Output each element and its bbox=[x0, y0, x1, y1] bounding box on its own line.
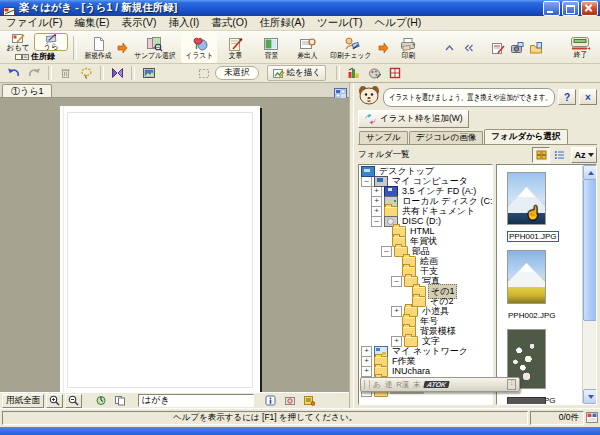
marquee-select-button[interactable] bbox=[194, 64, 213, 82]
menu-item-6[interactable]: ツール(T) bbox=[311, 16, 368, 30]
guide-bubble: イラストを選びましょう。置き換えや追加ができます。 bbox=[383, 88, 555, 107]
insert-image-button[interactable] bbox=[139, 64, 158, 82]
redo-button[interactable] bbox=[25, 64, 44, 82]
edit-toolbar: 未選択 絵を描く bbox=[0, 64, 600, 83]
address-note-icon bbox=[303, 395, 315, 406]
menu-item-1[interactable]: 編集(E) bbox=[68, 16, 115, 30]
thumbnail-view-icon bbox=[536, 150, 547, 160]
address-note-button[interactable] bbox=[300, 394, 317, 408]
address-book-button[interactable]: 住所録 bbox=[2, 51, 68, 62]
atok-ime-bar[interactable]: あ連R漢末 ATOK ⋮ bbox=[360, 377, 520, 392]
background-icon bbox=[263, 36, 280, 52]
postcard-canvas[interactable] bbox=[0, 98, 349, 392]
exit-button[interactable]: 終了 bbox=[562, 33, 598, 63]
expand-icon[interactable]: + bbox=[391, 306, 402, 317]
wordart-button[interactable] bbox=[344, 64, 363, 82]
page-tab-ura1[interactable]: ①うら1 bbox=[2, 84, 52, 97]
lasso-button[interactable] bbox=[77, 64, 96, 82]
zoom-in-button[interactable] bbox=[46, 394, 63, 408]
menu-item-5[interactable]: 住所録(A) bbox=[254, 16, 312, 30]
marquee-icon bbox=[198, 68, 210, 79]
stamp-button[interactable] bbox=[281, 394, 298, 408]
group-button[interactable] bbox=[108, 64, 127, 82]
palette-button[interactable] bbox=[365, 64, 384, 82]
tree-item-12[interactable]: その1 bbox=[359, 286, 492, 296]
info-button[interactable] bbox=[262, 394, 279, 408]
sort-button[interactable]: Az bbox=[571, 147, 597, 163]
print-button[interactable]: 印刷 bbox=[390, 33, 426, 63]
new-document-button[interactable]: 新規作成 bbox=[80, 33, 116, 63]
thumbnail-partial[interactable] bbox=[507, 397, 546, 404]
print-icon bbox=[399, 36, 417, 52]
window-title: 楽々はがき - [うら1 / 新規住所録] bbox=[19, 1, 177, 15]
undo-button[interactable] bbox=[4, 64, 23, 82]
draw-picture-button[interactable]: 絵を描く bbox=[267, 65, 326, 81]
shrink-toolbar-button[interactable] bbox=[459, 39, 478, 57]
close-button[interactable] bbox=[581, 1, 598, 16]
photo-capture-button[interactable] bbox=[507, 39, 526, 57]
sender-button[interactable]: 差出人 bbox=[289, 33, 325, 63]
text-button[interactable]: 文章 bbox=[217, 33, 253, 63]
paper-type-field[interactable]: はがき bbox=[138, 394, 254, 407]
menu-item-4[interactable]: 書式(O) bbox=[205, 16, 253, 30]
memo-icon bbox=[491, 41, 505, 55]
illustration-button[interactable]: イラスト bbox=[181, 33, 218, 63]
thumbnail-scrollbar[interactable] bbox=[582, 165, 596, 404]
tree-item-5[interactable]: –DISC (D:) bbox=[359, 216, 492, 226]
panel-help-button[interactable]: ? bbox=[558, 89, 576, 105]
ura-button[interactable]: うら bbox=[34, 33, 68, 51]
rotate-view-button[interactable] bbox=[92, 394, 109, 408]
atok-menu-button[interactable]: ⋮ bbox=[507, 379, 516, 390]
full-page-view-button[interactable]: 用紙全面 bbox=[2, 394, 44, 408]
tree-item-4[interactable]: +共有ドキュメント bbox=[359, 206, 492, 216]
restore-button[interactable] bbox=[562, 1, 579, 16]
thumbnail-image-1[interactable] bbox=[507, 250, 546, 304]
add-illustration-frame-button[interactable]: イラスト枠を追加(W) bbox=[358, 110, 469, 128]
tab-2[interactable]: フォルダから選択 bbox=[484, 129, 567, 144]
tree-item-11[interactable]: –写真 bbox=[359, 276, 492, 286]
background-button[interactable]: 背景 bbox=[253, 33, 289, 63]
collapse-icon[interactable]: – bbox=[391, 276, 402, 287]
scroll-down-button[interactable] bbox=[583, 389, 597, 404]
tree-item-label: DISC (D:) bbox=[400, 216, 443, 226]
menu-item-3[interactable]: 挿入(I) bbox=[162, 16, 205, 30]
scroll-up-button[interactable] bbox=[583, 165, 597, 180]
omote-button[interactable]: おもて bbox=[2, 33, 34, 51]
tab-0[interactable]: サンプル bbox=[359, 131, 408, 144]
menu-item-7[interactable]: ヘルプ(H) bbox=[368, 16, 427, 30]
tree-item-13[interactable]: その2 bbox=[359, 296, 492, 306]
app-window: 楽々はがき - [うら1 / 新規住所録] ファイル(F)編集(E)表示(V)挿… bbox=[0, 0, 600, 435]
panel-close-button[interactable]: × bbox=[579, 89, 597, 105]
atok-grip[interactable] bbox=[364, 380, 370, 389]
taskbar-edge[interactable] bbox=[0, 427, 600, 435]
menubar: ファイル(F)編集(E)表示(V)挿入(I)書式(O)住所録(A)ツール(T)ヘ… bbox=[0, 16, 600, 31]
table-button[interactable] bbox=[386, 64, 405, 82]
photo-capture-icon bbox=[510, 41, 524, 55]
minimize-button[interactable] bbox=[543, 1, 560, 16]
thumbnail-filename[interactable]: PPH002.JPG bbox=[507, 311, 557, 320]
thumbnail-filename[interactable]: PPH001.JPG bbox=[507, 231, 559, 242]
table-icon bbox=[389, 67, 401, 79]
tab-1[interactable]: デジコレの画像 bbox=[409, 131, 484, 144]
page-selector-icon[interactable] bbox=[334, 85, 347, 96]
print-check-button[interactable]: 印刷チェック bbox=[325, 33, 377, 63]
scrollbar-thumb[interactable] bbox=[583, 179, 597, 321]
menu-item-2[interactable]: 表示(V) bbox=[115, 16, 162, 30]
statusbar: ヘルプを表示するには [F1] を押してください。 0/0件 bbox=[0, 408, 600, 427]
collapse-icon[interactable]: – bbox=[371, 216, 382, 227]
memo-button[interactable] bbox=[488, 39, 507, 57]
zoom-out-button[interactable] bbox=[65, 394, 82, 408]
hand-cursor-icon: ☝ bbox=[525, 205, 541, 220]
folder-open-button[interactable] bbox=[526, 39, 545, 57]
delete-button[interactable] bbox=[56, 64, 75, 82]
list-view-button[interactable] bbox=[550, 147, 568, 163]
redo-icon bbox=[28, 67, 41, 79]
thumbnail-view-button[interactable] bbox=[532, 147, 550, 163]
copy-page-button[interactable] bbox=[111, 394, 128, 408]
menu-item-0[interactable]: ファイル(F) bbox=[0, 16, 68, 30]
canvas-pane: ①うら1 用紙全面 bbox=[0, 83, 349, 408]
collapse-icon[interactable]: – bbox=[381, 246, 392, 257]
sample-select-button[interactable]: サンプル選択 bbox=[129, 33, 181, 63]
collapse-toolbar-button[interactable] bbox=[440, 39, 459, 57]
front-back-cluster: おもて うら 住所録 bbox=[2, 33, 68, 62]
